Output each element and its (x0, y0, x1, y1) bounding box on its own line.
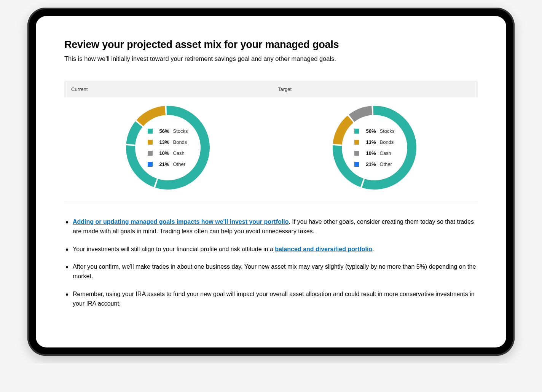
bullet-2: Your investments will still align to you… (66, 245, 478, 254)
swatch-other (147, 162, 152, 167)
donut-segment-bonds (136, 106, 165, 126)
header-target: Target (271, 86, 478, 92)
swatch-bonds (354, 140, 359, 145)
donut-target: 56% Stocks 13% Bonds 10% Cash (332, 105, 417, 190)
charts-row: 56% Stocks 13% Bonds 10% Cash (64, 97, 478, 201)
legend-row-bonds: 13% Bonds (147, 137, 188, 148)
tablet-frame: Review your projected asset mix for your… (27, 8, 515, 356)
legend-row-stocks: 56% Stocks (354, 126, 394, 137)
legend-label-other: Other (379, 161, 392, 167)
legend-pct-bonds: 13% (363, 139, 376, 145)
donut-segment-cash (349, 106, 372, 122)
chart-current-col: 56% Stocks 13% Bonds 10% Cash (64, 105, 271, 190)
link-managed-goals[interactable]: Adding or updating managed goals impacts… (73, 218, 289, 225)
legend-pct-other: 21% (156, 161, 169, 167)
legend-pct-cash: 10% (363, 150, 376, 156)
swatch-cash (147, 151, 152, 156)
swatch-bonds (147, 140, 152, 145)
legend-pct-other: 21% (363, 161, 376, 167)
legend-pct-bonds: 13% (156, 139, 169, 145)
legend-row-cash: 10% Cash (354, 148, 394, 159)
legend-target: 56% Stocks 13% Bonds 10% Cash (354, 126, 394, 170)
legend-label-cash: Cash (173, 150, 184, 156)
link-balanced-portfolio[interactable]: balanced and diversified portfolio (275, 246, 372, 252)
legend-label-stocks: Stocks (379, 128, 394, 134)
chart-header-row: Current Target (64, 81, 478, 97)
swatch-other (354, 162, 359, 167)
swatch-stocks (354, 129, 359, 134)
legend-row-cash: 10% Cash (147, 148, 188, 159)
bullet-3: After you confirm, we'll make trades in … (66, 262, 478, 281)
bullet-2-pre: Your investments will still align to you… (73, 246, 275, 252)
legend-pct-stocks: 56% (363, 128, 376, 134)
screen: Review your projected asset mix for your… (36, 16, 506, 347)
donut-current: 56% Stocks 13% Bonds 10% Cash (125, 105, 210, 190)
bullet-2-post: . (372, 246, 374, 252)
legend-pct-stocks: 56% (156, 128, 169, 134)
bullet-1: Adding or updating managed goals impacts… (66, 217, 478, 236)
bullet-4: Remember, using your IRA assets to fund … (66, 290, 478, 309)
legend-label-bonds: Bonds (173, 139, 187, 145)
donut-segment-bonds (333, 116, 353, 145)
legend-row-stocks: 56% Stocks (147, 126, 188, 137)
header-current: Current (64, 86, 271, 92)
legend-label-bonds: Bonds (379, 139, 394, 145)
chart-target-col: 56% Stocks 13% Bonds 10% Cash (271, 105, 478, 190)
legend-row-other: 21% Other (147, 159, 188, 170)
legend-row-other: 21% Other (354, 159, 394, 170)
page-title: Review your projected asset mix for your… (64, 39, 478, 51)
legend-current: 56% Stocks 13% Bonds 10% Cash (147, 126, 188, 170)
legend-pct-cash: 10% (156, 150, 169, 156)
legend-label-stocks: Stocks (173, 128, 188, 134)
info-bullets: Adding or updating managed goals impacts… (64, 217, 478, 309)
page-subtitle: This is how we'll initially invest towar… (64, 55, 478, 62)
donut-segment-cash (126, 121, 142, 145)
legend-label-cash: Cash (379, 150, 391, 156)
legend-label-other: Other (173, 161, 185, 167)
swatch-cash (354, 151, 359, 156)
swatch-stocks (147, 129, 152, 134)
legend-row-bonds: 13% Bonds (354, 137, 394, 148)
